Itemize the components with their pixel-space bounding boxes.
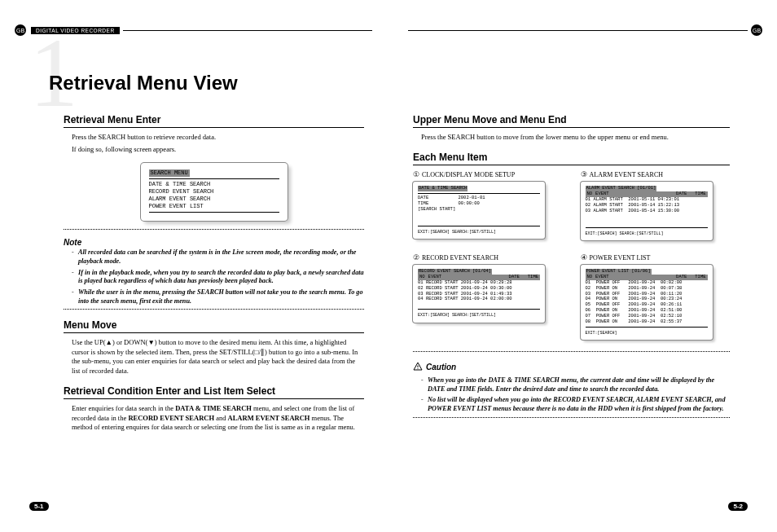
warning-icon xyxy=(413,362,423,372)
screen-date-time: DATE & TIME SEARCH DATE 2002-01-01 TIME … xyxy=(413,182,545,239)
heading-upper-menu: Upper Menu Move and Menu End xyxy=(413,114,730,128)
left-content: Retrieval Menu Enter Press the SEARCH bu… xyxy=(15,114,372,433)
note-item: If in in the playback mode, when you try… xyxy=(78,269,364,286)
note-item: While the user is in the menu, pressing … xyxy=(78,288,364,306)
caution-label: Caution xyxy=(426,363,456,372)
svg-point-1 xyxy=(418,368,419,369)
menu-item-clock: ①CLOCK/DISPLAY MODE SETUP DATE & TIME SE… xyxy=(413,170,563,240)
header-right: GB xyxy=(405,24,762,36)
para: Enter enquiries for data search in the D… xyxy=(64,404,364,432)
screen-item: DATE & TIME SEARCH xyxy=(149,181,279,188)
header-rule xyxy=(123,30,372,31)
heading-each-menu: Each Menu Item xyxy=(413,152,730,165)
search-menu-screen: SEARCH MENU DATE & TIME SEARCH RECORD EV… xyxy=(141,163,288,221)
menu-item-power: ④POWER EVENT LIST POWER EVENT LIST [01/0… xyxy=(581,253,731,340)
caution-item: When you go into the DATE & TIME SEARCH … xyxy=(428,376,730,394)
heading-retrieval-condition: Retrieval Condition Enter and List Item … xyxy=(64,385,364,399)
page-title: Retrieval Menu View xyxy=(49,72,238,95)
screen-alarm-event: ALARM EVENT SEARCH [01/01] NOEVENTDATETI… xyxy=(581,182,713,240)
screen-title: SEARCH MENU xyxy=(149,169,190,177)
page-right: GB Upper Menu Move and Menu End Press th… xyxy=(405,24,762,524)
screen-record-event: RECORD EVENT SEARCH [01/04] NOEVENTDATET… xyxy=(413,265,545,323)
menu-item-label: RECORD EVENT SEARCH xyxy=(422,254,498,262)
gb-badge: GB xyxy=(15,24,26,36)
page-number-right: 5-2 xyxy=(728,502,748,511)
header-rule xyxy=(408,30,748,31)
note-list: -All recorded data can be searched if th… xyxy=(64,248,364,306)
page-number-left: 5-1 xyxy=(29,502,49,511)
menu-item-alarm: ③ALARM EVENT SEARCH ALARM EVENT SEARCH [… xyxy=(581,170,731,240)
menu-item-record: ②RECORD EVENT SEARCH RECORD EVENT SEARCH… xyxy=(413,253,563,340)
gb-badge: GB xyxy=(751,24,762,36)
page-spread: GB DIGITAL VIDEO RECORDER 1 Retrieval Me… xyxy=(0,0,777,532)
caution-item: No list will be displayed when you go in… xyxy=(428,396,730,413)
para: Use the UP(▲) or DOWN(▼) button to move … xyxy=(64,338,364,376)
screen-power-event: POWER EVENT LIST [01/06] NOEVENTDATETIME… xyxy=(581,265,713,340)
right-content: Upper Menu Move and Menu End Press the S… xyxy=(405,114,762,418)
page-left: GB DIGITAL VIDEO RECORDER 1 Retrieval Me… xyxy=(15,24,372,524)
screen-item: RECORD EVENT SEARCH xyxy=(149,188,279,196)
caution-heading: Caution xyxy=(413,362,730,372)
screen-item: ALARM EVENT SEARCH xyxy=(149,196,279,203)
note-heading: Note xyxy=(64,238,364,247)
caution-list: -When you go into the DATE & TIME SEARCH… xyxy=(413,376,730,414)
heading-retrieval-enter: Retrieval Menu Enter xyxy=(64,114,364,128)
menu-item-label: ALARM EVENT SEARCH xyxy=(590,171,664,178)
para: Press the SEARCH button to retrieve reco… xyxy=(64,133,364,142)
para: Press the SEARCH button to move from the… xyxy=(413,133,730,142)
menu-item-label: POWER EVENT LIST xyxy=(590,254,651,262)
menu-item-label: CLOCK/DISPLAY MODE SETUP xyxy=(422,171,515,178)
note-item: All recorded data can be searched if the… xyxy=(78,248,364,266)
screen-item: POWER EVENT LIST xyxy=(149,203,279,210)
heading-menu-move: Menu Move xyxy=(64,319,364,333)
para: If doing so, following screen appears. xyxy=(64,145,364,154)
menu-item-grid: ①CLOCK/DISPLAY MODE SETUP DATE & TIME SE… xyxy=(413,170,730,340)
